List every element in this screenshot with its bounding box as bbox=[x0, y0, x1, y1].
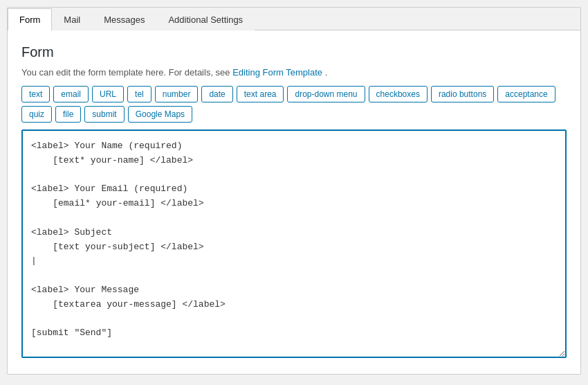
page-title: Form bbox=[21, 44, 567, 60]
description: You can edit the form template here. For… bbox=[21, 67, 567, 78]
tag-btn-quiz[interactable]: quiz bbox=[21, 106, 52, 123]
tab-mail[interactable]: Mail bbox=[52, 8, 92, 30]
tag-btn-number[interactable]: number bbox=[155, 86, 199, 102]
description-end: . bbox=[325, 67, 328, 78]
tag-btn-radio[interactable]: radio buttons bbox=[431, 86, 494, 102]
tag-btn-date[interactable]: date bbox=[201, 86, 232, 102]
tag-buttons-container: text email URL tel number date text area… bbox=[21, 86, 567, 123]
tag-btn-url[interactable]: URL bbox=[92, 86, 124, 102]
tag-btn-textarea[interactable]: text area bbox=[237, 86, 284, 102]
tag-btn-text[interactable]: text bbox=[21, 86, 50, 102]
tag-btn-checkboxes[interactable]: checkboxes bbox=[369, 86, 428, 102]
tab-content: Form You can edit the form template here… bbox=[8, 30, 580, 374]
form-editor[interactable]: <label> Your Name (required) [text* your… bbox=[21, 129, 567, 358]
tag-btn-submit[interactable]: submit bbox=[84, 106, 124, 123]
description-text: You can edit the form template here. For… bbox=[21, 67, 232, 78]
tag-btn-tel[interactable]: tel bbox=[127, 86, 151, 102]
tag-btn-dropdown[interactable]: drop-down menu bbox=[287, 86, 365, 102]
tab-messages[interactable]: Messages bbox=[92, 8, 156, 30]
panel: Form Mail Messages Additional Settings F… bbox=[7, 7, 581, 375]
tabs-bar: Form Mail Messages Additional Settings bbox=[8, 8, 580, 30]
tag-btn-googlemaps[interactable]: Google Maps bbox=[128, 106, 192, 123]
editing-form-template-link[interactable]: Editing Form Template bbox=[232, 67, 322, 78]
tag-btn-file[interactable]: file bbox=[55, 106, 81, 123]
tab-form[interactable]: Form bbox=[8, 8, 52, 30]
page-wrapper: Form Mail Messages Additional Settings F… bbox=[0, 0, 588, 385]
tag-btn-email[interactable]: email bbox=[53, 86, 89, 102]
tab-additional-settings[interactable]: Additional Settings bbox=[156, 8, 255, 30]
tag-btn-acceptance[interactable]: acceptance bbox=[497, 86, 555, 102]
